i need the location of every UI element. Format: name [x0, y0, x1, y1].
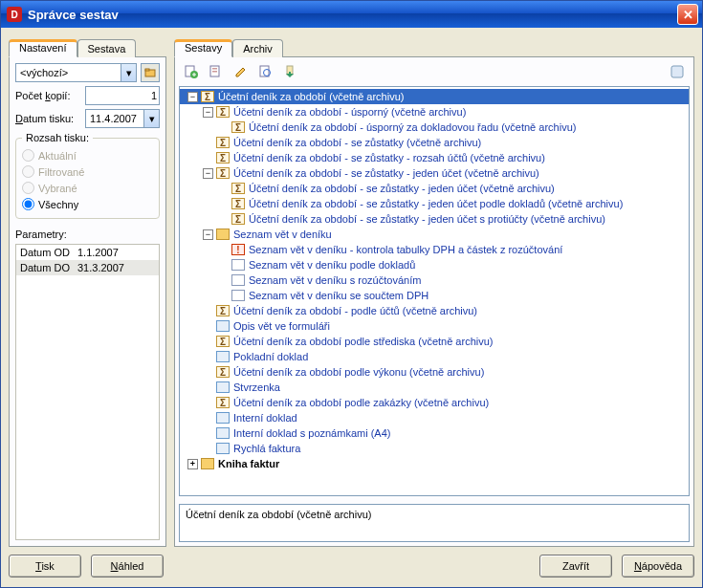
- tree-item[interactable]: Seznam vět v deníku podle dokladů: [180, 257, 689, 272]
- tree-item[interactable]: −Účetní deník za období (včetně archivu): [180, 89, 689, 104]
- radio-vybrané: Vybrané: [22, 180, 153, 196]
- toggle-none: [218, 260, 229, 271]
- props-icon[interactable]: [208, 63, 225, 80]
- svg-rect-10: [671, 66, 683, 77]
- toggle-none: [203, 337, 213, 347]
- tree-item[interactable]: Účetní deník za období - se zůstatky - j…: [180, 211, 689, 227]
- toggle-none: [203, 153, 213, 163]
- preset-browse-button[interactable]: [141, 63, 160, 82]
- sigma-icon: [216, 336, 230, 347]
- radio-input: [22, 149, 34, 162]
- tree-item[interactable]: Interní doklad s poznámkami (A4): [180, 425, 689, 441]
- add-icon[interactable]: [183, 63, 200, 80]
- tab-sestavy[interactable]: Sestavy: [174, 39, 232, 57]
- tree-item[interactable]: Účetní deník za období - se zůstatky (vč…: [180, 135, 689, 150]
- tree-item[interactable]: Rychlá faktura: [180, 441, 689, 456]
- tree-item-label: Seznam vět v deníku: [233, 229, 332, 240]
- tree-item[interactable]: Účetní deník za období - se zůstatky - j…: [180, 181, 689, 196]
- tree-item-label: Účetní deník za období podle zakázky (vč…: [233, 397, 489, 408]
- tree-item-label: Účetní deník za období - se zůstatky - j…: [249, 183, 555, 194]
- sigma-icon: [216, 366, 230, 378]
- export-icon[interactable]: [282, 63, 299, 80]
- param-row[interactable]: Datum DO31.3.2007: [16, 260, 159, 275]
- tree-item[interactable]: Opis vět ve formuláři: [180, 318, 689, 334]
- tab-archiv[interactable]: Archiv: [232, 39, 283, 57]
- copies-input[interactable]: [85, 86, 160, 105]
- preset-combo[interactable]: <výchozí> ▾: [15, 63, 137, 82]
- print-button[interactable]: Tisk: [9, 555, 81, 577]
- sigma-icon: [216, 106, 230, 118]
- toggle-none: [218, 199, 229, 209]
- print-date-label: Datum tisku:: [15, 113, 74, 124]
- window: D Správce sestav ✕ Nastavení Sestava <vý…: [0, 0, 703, 588]
- radio-filtrované: Filtrované: [22, 163, 153, 180]
- tree-item-label: Pokladní doklad: [233, 351, 308, 362]
- sigma-icon: [201, 91, 214, 102]
- close-icon[interactable]: ✕: [677, 4, 698, 25]
- print-date-input[interactable]: 11.4.2007 ▾: [85, 109, 160, 128]
- tree-item[interactable]: Účetní deník za období podle střediska (…: [180, 334, 689, 349]
- status-line: Účetní deník za období (včetně archivu): [179, 504, 690, 542]
- tree-item[interactable]: Seznam vět v deníku se součtem DPH: [180, 288, 689, 303]
- right-tabs: Sestavy Archiv: [174, 35, 694, 56]
- tree-item[interactable]: !Seznam vět v deníku - kontrola tabulky …: [180, 242, 689, 257]
- tree-item[interactable]: Účetní deník za období - podle účtů (vče…: [180, 303, 689, 318]
- tree-item[interactable]: Seznam vět v deníku s rozúčtováním: [180, 272, 689, 288]
- svg-rect-6: [212, 71, 217, 73]
- preview-icon[interactable]: [257, 63, 275, 80]
- tree-item-label: Účetní deník za období - úsporný za dokl…: [249, 121, 576, 133]
- report-tree[interactable]: −Účetní deník za období (včetně archivu)…: [179, 86, 690, 496]
- sigma-icon: [231, 198, 245, 209]
- radio-všechny[interactable]: Všechny: [22, 196, 153, 212]
- tree-item[interactable]: Stvrzenka: [180, 380, 689, 395]
- tree-item-label: Stvrzenka: [233, 381, 280, 393]
- preview-button[interactable]: Náhled: [91, 555, 164, 577]
- param-key: Datum DO: [16, 260, 74, 275]
- tree-item-label: Účetní deník za období - podle účtů (vče…: [233, 305, 477, 316]
- toggle-none: [218, 275, 229, 286]
- tree-item[interactable]: Účetní deník za období podle výkonu (vče…: [180, 364, 689, 380]
- radio-aktuální: Aktuální: [22, 147, 153, 163]
- svg-rect-5: [212, 68, 217, 70]
- collapse-icon[interactable]: −: [203, 168, 213, 179]
- close-button[interactable]: Zavřít: [539, 555, 612, 577]
- page-icon: [231, 290, 245, 301]
- chevron-down-icon[interactable]: ▾: [143, 110, 159, 127]
- chevron-down-icon[interactable]: ▾: [121, 64, 136, 81]
- tree-item[interactable]: Účetní deník za období - se zůstatky - r…: [180, 150, 689, 165]
- tree-item[interactable]: Účetní deník za období podle zakázky (vč…: [180, 395, 689, 410]
- tree-item[interactable]: Účetní deník za období - se zůstatky - j…: [180, 196, 689, 211]
- tree-item[interactable]: −Účetní deník za období - se zůstatky - …: [180, 165, 689, 181]
- tab-sestava[interactable]: Sestava: [77, 39, 137, 57]
- form-icon: [216, 381, 230, 393]
- expand-icon[interactable]: +: [187, 459, 198, 469]
- params-table[interactable]: Datum OD1.1.2007Datum DO31.3.2007: [15, 244, 160, 540]
- param-row[interactable]: Datum OD1.1.2007: [16, 245, 159, 260]
- radio-label: Aktuální: [38, 150, 77, 162]
- collapse-icon[interactable]: −: [187, 92, 198, 102]
- toggle-none: [203, 382, 213, 393]
- collapse-icon[interactable]: −: [203, 107, 213, 118]
- sigma-icon: [216, 137, 230, 148]
- collapse-icon[interactable]: −: [203, 229, 213, 240]
- radio-input[interactable]: [22, 198, 34, 210]
- toggle-none: [218, 122, 229, 133]
- tree-item-label: Účetní deník za období - se zůstatky - j…: [233, 167, 539, 179]
- help-small-icon[interactable]: [669, 63, 686, 80]
- edit-icon[interactable]: [232, 63, 250, 80]
- tree-item[interactable]: −Seznam vět v deníku: [180, 227, 689, 242]
- tree-item[interactable]: Interní doklad: [180, 410, 689, 425]
- sigma-icon: [216, 152, 230, 163]
- tree-item-label: Účetní deník za období - úsporný (včetně…: [233, 106, 466, 118]
- tree-item[interactable]: +Kniha faktur: [180, 456, 689, 471]
- tree-item[interactable]: Účetní deník za období - úsporný za dokl…: [180, 120, 689, 135]
- tree-item[interactable]: −Účetní deník za období - úsporný (včetn…: [180, 104, 689, 120]
- tree-item[interactable]: Pokladní doklad: [180, 349, 689, 364]
- folder-icon: [201, 458, 214, 469]
- folder-icon: [144, 67, 156, 78]
- tab-nastaveni[interactable]: Nastavení: [9, 39, 77, 57]
- copies-label: Počet kopií:: [15, 90, 70, 101]
- help-button[interactable]: Nápověda: [622, 555, 694, 577]
- window-title: Správce sestav: [28, 8, 119, 22]
- params-label: Parametry:: [15, 229, 160, 240]
